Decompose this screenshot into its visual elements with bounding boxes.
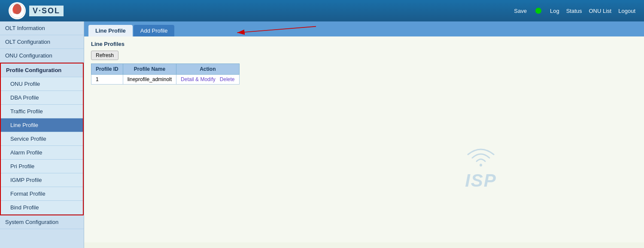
sidebar-item-pri-profile[interactable]: Pri Profile <box>1 160 83 173</box>
save-button[interactable]: Save <box>514 8 527 14</box>
sidebar-item-profile-configuration[interactable]: Profile Configuration <box>1 64 83 77</box>
layout: OLT Information OLT Configuration ONU Co… <box>0 21 644 248</box>
sidebar-item-alarm-profile[interactable]: Alarm Profile <box>1 146 83 160</box>
sidebar: OLT Information OLT Configuration ONU Co… <box>0 21 84 248</box>
logo-text: V·SOL <box>29 6 64 16</box>
sidebar-item-olt-information[interactable]: OLT Information <box>0 21 84 35</box>
tabs-bar: Line Profile Add Profile <box>84 21 644 36</box>
svg-line-4 <box>237 27 316 33</box>
main-content: Line Profile Add Profile Line Profiles R… <box>84 21 644 248</box>
svg-point-5 <box>480 164 482 166</box>
table-row: 1 lineprofile_adminolt Detail & Modify D… <box>91 75 240 85</box>
tab-add-profile[interactable]: Add Profile <box>134 25 175 36</box>
header: V·SOL Save Log Status ONU List Logout <box>0 0 644 21</box>
col-header-id: Profile ID <box>91 64 123 75</box>
sidebar-item-dba-profile[interactable]: DBA Profile <box>1 91 83 105</box>
profile-table: Profile ID Profile Name Action 1 linepro… <box>91 64 240 85</box>
isp-text: ISP <box>464 170 498 191</box>
sidebar-item-service-profile[interactable]: Service Profile <box>1 132 83 146</box>
log-link[interactable]: Log <box>550 8 559 14</box>
svg-point-2 <box>12 6 17 14</box>
sidebar-item-bind-profile[interactable]: Bind Profile <box>1 201 83 215</box>
status-indicator <box>535 8 541 14</box>
col-header-action: Action <box>176 64 239 75</box>
tab-line-profile[interactable]: Line Profile <box>88 25 133 36</box>
profile-configuration-group: Profile Configuration ONU Profile DBA Pr… <box>0 63 84 215</box>
status-link[interactable]: Status <box>566 8 582 14</box>
row-id: 1 <box>91 75 123 85</box>
sidebar-item-olt-configuration[interactable]: OLT Configuration <box>0 35 84 49</box>
refresh-button[interactable]: Refresh <box>91 51 118 60</box>
sidebar-item-format-profile[interactable]: Format Profile <box>1 187 83 201</box>
sidebar-item-system-configuration[interactable]: System Configuration <box>0 215 84 229</box>
onu-list-link[interactable]: ONU List <box>589 8 612 14</box>
row-name: lineprofile_adminolt <box>123 75 176 85</box>
app-root: V·SOL Save Log Status ONU List Logout OL… <box>0 0 644 248</box>
col-header-name: Profile Name <box>123 64 176 75</box>
detail-modify-link[interactable]: Detail & Modify <box>181 76 216 82</box>
delete-link[interactable]: Delete <box>220 76 235 82</box>
header-right: Save Log Status ONU List Logout <box>514 8 635 14</box>
logout-link[interactable]: Logout <box>618 8 635 14</box>
sidebar-item-traffic-profile[interactable]: Traffic Profile <box>1 105 83 118</box>
section-title: Line Profiles <box>91 41 637 47</box>
wifi-icon <box>464 148 498 169</box>
content-area: Line Profiles Refresh Profile ID Profile… <box>84 36 644 242</box>
isp-watermark: ISP <box>464 148 498 191</box>
row-actions: Detail & Modify Delete <box>176 75 239 85</box>
sidebar-item-onu-profile[interactable]: ONU Profile <box>1 77 83 91</box>
sidebar-item-onu-configuration[interactable]: ONU Configuration <box>0 49 84 63</box>
logo-icon <box>9 2 26 19</box>
sidebar-item-igmp-profile[interactable]: IGMP Profile <box>1 173 83 187</box>
sidebar-item-line-profile[interactable]: Line Profile <box>1 118 83 132</box>
header-nav: Log Status ONU List Logout <box>550 8 635 14</box>
logo-area: V·SOL <box>9 2 64 19</box>
